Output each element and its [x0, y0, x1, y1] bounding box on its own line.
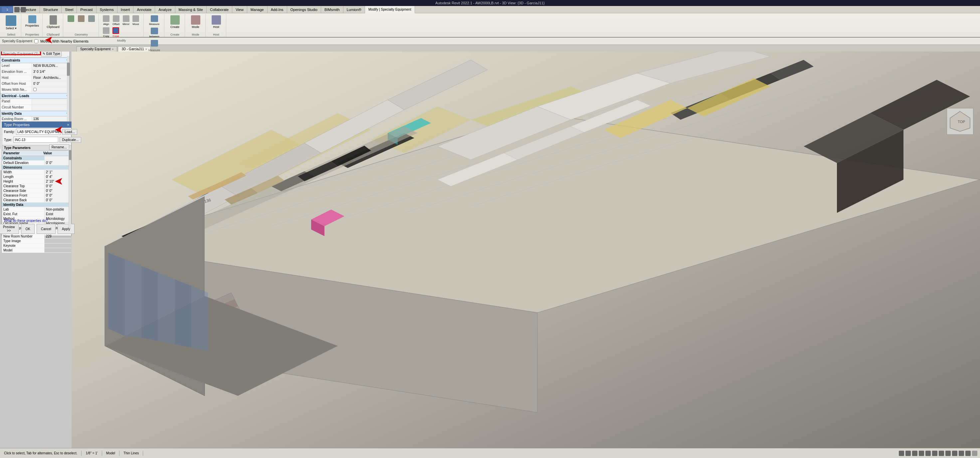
tab-steel[interactable]: Steel [62, 6, 77, 13]
view-tab-3d-label: 3D - GarciaJ11 [121, 47, 144, 51]
options-bar: Specialty Equipment Moves With Nearby El… [0, 38, 980, 45]
visual-style-btn[interactable] [905, 451, 911, 456]
geometry-btn1[interactable] [66, 14, 76, 23]
view-tab-3d-close[interactable]: × [145, 48, 147, 51]
tp-scrollbar[interactable] [68, 148, 71, 228]
modify-btn2[interactable]: Offset [111, 14, 121, 26]
tp-clearance-front: Clearance Front 0' 0" [2, 193, 71, 198]
measure-btn3[interactable] [150, 39, 159, 48]
qa-undo-btn[interactable] [14, 7, 20, 12]
tab-modify-specialty[interactable]: Modify | Specialty Equipment [365, 6, 415, 13]
moves-with-checkbox[interactable] [33, 88, 37, 91]
tab-view[interactable]: View [232, 6, 247, 13]
svg-marker-65 [191, 286, 208, 351]
tab-lumion[interactable]: Lumion® [344, 6, 365, 13]
close-hidden-btn[interactable] [972, 451, 977, 456]
tab-addins[interactable]: Add-Ins [267, 6, 287, 13]
tab-systems[interactable]: Systems [97, 6, 118, 13]
tp-close-btn[interactable]: × [67, 123, 69, 127]
mode-btn[interactable]: Mode [190, 14, 202, 29]
svg-marker-61 [125, 259, 142, 337]
status-sep-3 [119, 451, 119, 456]
identity-section-header[interactable]: Identity Data▾ [0, 111, 70, 116]
tp-type-input[interactable] [13, 137, 58, 143]
geometry-btn3[interactable] [86, 14, 97, 23]
tab-bimsmith[interactable]: BIMsmith [321, 6, 344, 13]
moves-with-nearby-checkbox[interactable] [34, 39, 38, 43]
measure-btn1[interactable]: Measure [148, 14, 161, 26]
tp-rename-btn[interactable]: Rename... [49, 144, 69, 150]
title-text: Autodesk Revit 2022.1 - AW2000LB.rvt - 3… [435, 1, 544, 5]
qa-save-btn[interactable] [8, 7, 13, 12]
modify-btn1[interactable]: Align [102, 14, 111, 26]
prop-row-elevation: Elevation from ... 3' 0 1/4" [0, 69, 70, 75]
nav-cube[interactable]: TOP [947, 108, 974, 135]
type-properties-dialog: Type Properties × Family: Load... Type: … [2, 121, 72, 236]
measure-btn2[interactable]: between [148, 27, 161, 38]
type-properties-header: Type Properties × [2, 122, 71, 128]
host-btn[interactable]: Host [210, 14, 222, 29]
tab-precast[interactable]: Precast [77, 6, 96, 13]
3d-viewport[interactable]: 136 TOP [72, 52, 980, 448]
reveal-hidden-btn[interactable] [945, 451, 951, 456]
clipboard-btn[interactable]: Clipboard [45, 14, 61, 29]
tab-openings[interactable]: Openings Studio [287, 6, 321, 13]
status-sep-4 [143, 451, 143, 456]
tab-analyze[interactable]: Analyze [155, 6, 175, 13]
view-tab-specialty-close[interactable]: × [112, 48, 113, 51]
tp-exist-fut: Exist. Fut Exist [2, 212, 71, 216]
status-lines: Thin Lines [122, 451, 140, 456]
tp-apply-btn[interactable]: Apply [57, 224, 75, 234]
tp-footer: Preview >> OK Cancel Apply [2, 222, 71, 235]
highlight-displacement-btn[interactable] [966, 451, 971, 456]
tp-duplicate-btn[interactable]: Duplicate... [60, 137, 81, 143]
view-tab-specialty[interactable]: Specialty Equipment × [76, 46, 117, 52]
tp-width: Width 2' 1" [2, 170, 71, 175]
tab-collaborate[interactable]: Collaborate [207, 6, 232, 13]
tp-type-label: Type: [4, 138, 12, 142]
modify-btn3[interactable]: Mirror [121, 14, 131, 26]
tp-default-elevation: Default Elevation 0' 0" [2, 161, 71, 165]
shadows-btn[interactable] [919, 451, 924, 456]
qa-redo-btn[interactable] [21, 7, 26, 12]
create-btn[interactable]: Create [169, 14, 181, 29]
tp-constraints-header: Constraints [2, 156, 71, 161]
modify-btn6[interactable]: Cope [111, 27, 121, 38]
tp-cancel-btn[interactable]: Cancel [37, 224, 56, 234]
edit-type-button[interactable]: ✎ Edit Type [41, 51, 62, 57]
tab-annotate[interactable]: Annotate [134, 6, 155, 13]
modify-btn5[interactable]: Copy [102, 27, 111, 38]
tp-ok-btn[interactable]: OK [21, 224, 34, 234]
ribbon-group-measure: Measure between Measure [145, 14, 164, 37]
tp-load-btn[interactable]: Load... [62, 129, 77, 135]
worksharing-btn[interactable] [952, 451, 958, 456]
electrical-section-header[interactable]: Electrical - Loads▾ [0, 93, 70, 99]
view-tab-3d[interactable]: 3D - GarciaJ11 × [118, 46, 151, 52]
tp-table-header: Parameter Value [2, 150, 71, 156]
group-label-select: Select [7, 32, 15, 36]
analysis-display-btn[interactable] [959, 451, 964, 456]
tab-structure[interactable]: Structure [40, 6, 62, 13]
modify-btn4[interactable]: Move [131, 14, 140, 26]
temp-hide-btn[interactable] [939, 451, 944, 456]
ribbon-tabs: File Architecture Structure Steel Precas… [0, 6, 980, 13]
detail-level-btn[interactable] [899, 451, 904, 456]
tab-insert[interactable]: Insert [118, 6, 134, 13]
tp-clearance-back: Clearance Back 0' 0" [2, 198, 71, 202]
geometry-btn2[interactable] [76, 14, 86, 23]
tp-preview-btn[interactable]: Preview >> [0, 224, 19, 234]
svg-marker-63 [158, 273, 175, 344]
sun-settings-btn[interactable] [912, 451, 918, 456]
select-btn[interactable]: Select ▾ [4, 14, 18, 30]
crop-view-btn[interactable] [926, 451, 931, 456]
qa-open-btn[interactable] [2, 7, 7, 12]
hide-elements-btn[interactable] [932, 451, 937, 456]
ribbon-group-host: Host Host [206, 14, 226, 37]
tp-col-param-label: Parameter [3, 151, 43, 155]
tab-massing[interactable]: Massing & Site [175, 6, 207, 13]
properties-ribbon-btn[interactable]: Properties [24, 14, 40, 28]
constraints-section-header[interactable]: Constraints▾ [0, 57, 70, 63]
tab-manage[interactable]: Manage [247, 6, 267, 13]
tp-family-input[interactable] [16, 129, 61, 135]
moves-nearby-label: Moves With Nearby Elements [40, 39, 89, 43]
